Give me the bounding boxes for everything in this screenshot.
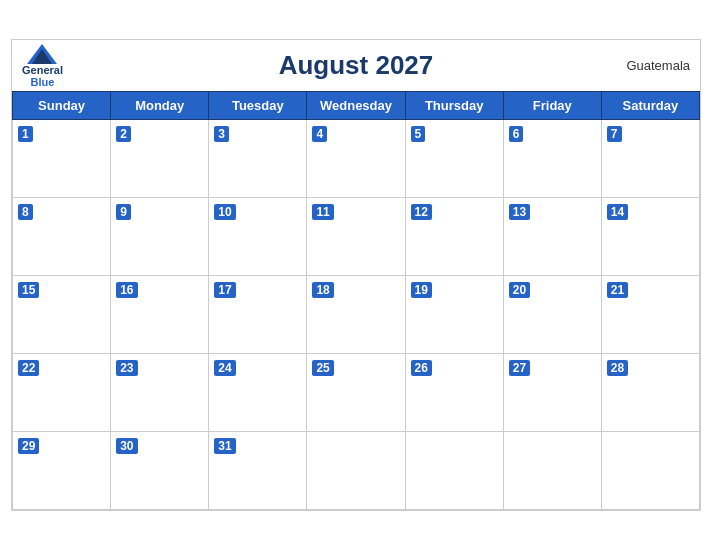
calendar-day-cell [503, 432, 601, 510]
weekday-header: Thursday [405, 92, 503, 120]
weekday-header: Tuesday [209, 92, 307, 120]
day-number: 3 [214, 126, 229, 142]
day-number: 23 [116, 360, 137, 376]
calendar-day-cell [405, 432, 503, 510]
calendar-day-cell: 31 [209, 432, 307, 510]
day-number: 9 [116, 204, 131, 220]
day-number: 11 [312, 204, 333, 220]
day-number: 13 [509, 204, 530, 220]
day-number: 5 [411, 126, 426, 142]
weekday-header: Monday [111, 92, 209, 120]
day-number: 18 [312, 282, 333, 298]
weekday-header: Friday [503, 92, 601, 120]
calendar-day-cell: 2 [111, 120, 209, 198]
calendar-day-cell: 19 [405, 276, 503, 354]
logo-icon [27, 44, 57, 64]
day-number: 27 [509, 360, 530, 376]
country-label: Guatemala [626, 58, 690, 73]
calendar-day-cell: 10 [209, 198, 307, 276]
calendar-day-cell: 11 [307, 198, 405, 276]
day-number: 19 [411, 282, 432, 298]
day-number: 28 [607, 360, 628, 376]
day-number: 17 [214, 282, 235, 298]
calendar-day-cell: 22 [13, 354, 111, 432]
day-number: 29 [18, 438, 39, 454]
day-number: 10 [214, 204, 235, 220]
weekday-header-row: SundayMondayTuesdayWednesdayThursdayFrid… [13, 92, 700, 120]
day-number: 22 [18, 360, 39, 376]
logo-blue-text: Blue [31, 76, 55, 88]
calendar-day-cell: 16 [111, 276, 209, 354]
calendar-day-cell: 8 [13, 198, 111, 276]
day-number: 24 [214, 360, 235, 376]
logo: General Blue [22, 44, 63, 88]
calendar-day-cell: 24 [209, 354, 307, 432]
calendar-day-cell: 20 [503, 276, 601, 354]
calendar-day-cell: 29 [13, 432, 111, 510]
day-number: 4 [312, 126, 327, 142]
calendar-day-cell: 28 [601, 354, 699, 432]
calendar-week-row: 22232425262728 [13, 354, 700, 432]
calendar-day-cell: 1 [13, 120, 111, 198]
day-number: 31 [214, 438, 235, 454]
calendar-day-cell: 17 [209, 276, 307, 354]
logo-general-text: General [22, 64, 63, 76]
calendar-day-cell: 4 [307, 120, 405, 198]
day-number: 12 [411, 204, 432, 220]
calendar-day-cell [307, 432, 405, 510]
calendar-week-row: 891011121314 [13, 198, 700, 276]
day-number: 26 [411, 360, 432, 376]
calendar-header: General Blue August 2027 Guatemala [12, 40, 700, 91]
calendar-day-cell: 12 [405, 198, 503, 276]
calendar-week-row: 1234567 [13, 120, 700, 198]
day-number: 25 [312, 360, 333, 376]
calendar-day-cell: 26 [405, 354, 503, 432]
day-number: 1 [18, 126, 33, 142]
calendar-day-cell: 21 [601, 276, 699, 354]
weekday-header: Wednesday [307, 92, 405, 120]
calendar-day-cell [601, 432, 699, 510]
day-number: 7 [607, 126, 622, 142]
day-number: 20 [509, 282, 530, 298]
calendar-day-cell: 6 [503, 120, 601, 198]
calendar-day-cell: 3 [209, 120, 307, 198]
calendar-week-row: 15161718192021 [13, 276, 700, 354]
day-number: 6 [509, 126, 524, 142]
calendar-day-cell: 7 [601, 120, 699, 198]
day-number: 2 [116, 126, 131, 142]
calendar-title: August 2027 [32, 50, 680, 81]
calendar-day-cell: 25 [307, 354, 405, 432]
calendar-day-cell: 18 [307, 276, 405, 354]
weekday-header: Sunday [13, 92, 111, 120]
calendar-day-cell: 13 [503, 198, 601, 276]
calendar-day-cell: 14 [601, 198, 699, 276]
calendar-day-cell: 27 [503, 354, 601, 432]
calendar-day-cell: 5 [405, 120, 503, 198]
calendar-day-cell: 23 [111, 354, 209, 432]
calendar-week-row: 293031 [13, 432, 700, 510]
calendar-day-cell: 9 [111, 198, 209, 276]
day-number: 21 [607, 282, 628, 298]
weekday-header: Saturday [601, 92, 699, 120]
day-number: 30 [116, 438, 137, 454]
day-number: 15 [18, 282, 39, 298]
day-number: 16 [116, 282, 137, 298]
calendar-table: SundayMondayTuesdayWednesdayThursdayFrid… [12, 91, 700, 510]
day-number: 14 [607, 204, 628, 220]
calendar-day-cell: 30 [111, 432, 209, 510]
calendar: General Blue August 2027 Guatemala Sunda… [11, 39, 701, 511]
calendar-day-cell: 15 [13, 276, 111, 354]
day-number: 8 [18, 204, 33, 220]
